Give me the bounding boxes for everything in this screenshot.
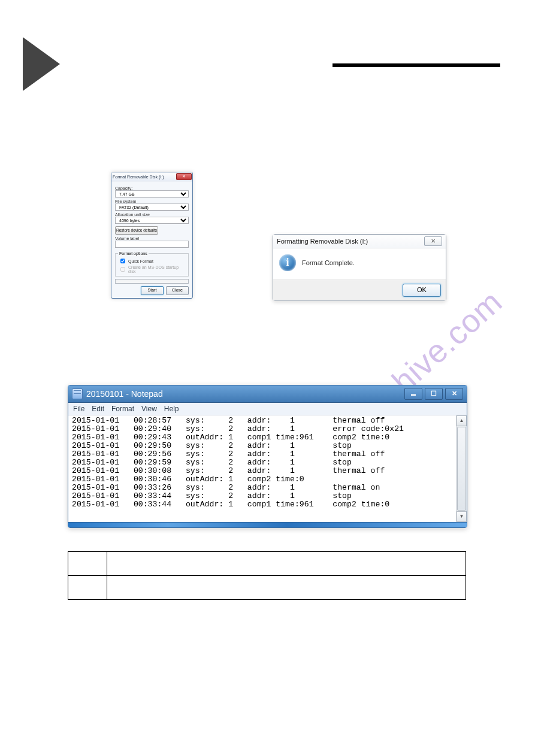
msdos-label: Create an MS-DOS startup disk [128,265,186,274]
scroll-up-button[interactable]: ▲ [457,415,467,426]
table-row [68,552,466,576]
empty-table [68,551,466,600]
menu-view[interactable]: View [141,405,157,413]
notepad-window: 20150101 - Notepad File Edit Format View… [68,385,467,528]
msgbox-ok-button[interactable]: OK [403,284,441,297]
info-icon [279,254,296,271]
window-maximize-button[interactable] [425,388,443,400]
notepad-title: 20150101 - Notepad [86,389,404,399]
quick-format-label: Quick Format [128,259,153,263]
menu-edit[interactable]: Edit [92,405,104,413]
capacity-select[interactable]: 7.47 GB [115,190,189,198]
msdos-row: Create an MS-DOS startup disk [118,265,186,274]
format-progressbar [115,279,189,284]
msdos-checkbox [120,267,125,272]
format-options-legend: Format options [118,251,149,256]
table-row [68,576,466,600]
quick-format-row[interactable]: Quick Format [118,257,186,265]
format-dialog-titlebar[interactable]: Format Removable Disk (I:) ✕ [111,172,192,181]
window-close-button[interactable] [445,388,463,400]
vertical-scrollbar[interactable]: ▲ ▼ [456,415,467,522]
msgbox-message: Format Complete. [302,259,355,266]
menu-format[interactable]: Format [111,405,134,413]
format-options-group: Format options Quick Format Create an MS… [115,251,189,277]
table-cell [107,576,466,600]
notepad-bottom-strip [68,522,467,527]
restore-defaults-button[interactable]: Restore device defaults [115,226,158,235]
msgbox-close-button[interactable]: ✕ [424,236,442,246]
heading-rule-decoration [333,63,500,67]
filesystem-select[interactable]: FAT32 (Default) [115,204,189,211]
capacity-label: Capacity: [115,186,189,190]
notepad-menubar: File Edit Format View Help [68,403,467,415]
table-cell [68,552,107,576]
format-dialog-close-button[interactable]: ✕ [176,173,192,180]
alloc-label: Allocation unit size [115,212,189,217]
format-close-button[interactable]: Close [166,286,189,295]
msgbox-titlebar[interactable]: Formatting Removable Disk (I:) ✕ [273,235,446,248]
format-start-button[interactable]: Start [141,286,164,295]
format-disk-dialog: Format Removable Disk (I:) ✕ Capacity: 7… [111,172,193,299]
notepad-textarea[interactable]: 2015-01-01 00:28:57 sys: 2 addr: 1 therm… [68,415,456,522]
format-dialog-title: Format Removable Disk (I:) [113,175,164,179]
quick-format-checkbox[interactable] [120,259,125,263]
format-complete-messagebox: Formatting Removable Disk (I:) ✕ Format … [273,234,446,301]
page-arrow-decoration [23,37,60,91]
alloc-select[interactable]: 4096 bytes [115,217,189,224]
table-cell [68,576,107,600]
window-minimize-button[interactable] [404,388,422,400]
msgbox-title: Formatting Removable Disk (I:) [277,238,368,245]
scroll-thumb[interactable] [457,427,466,511]
menu-file[interactable]: File [73,405,84,413]
menu-help[interactable]: Help [164,405,179,413]
table-cell [107,552,466,576]
volume-label-input[interactable] [115,241,189,248]
notepad-app-icon [72,388,83,399]
filesystem-label: File system [115,199,189,204]
notepad-titlebar[interactable]: 20150101 - Notepad [68,385,467,403]
scroll-down-button[interactable]: ▼ [457,511,467,522]
volume-label-label: Volume label [115,236,189,241]
